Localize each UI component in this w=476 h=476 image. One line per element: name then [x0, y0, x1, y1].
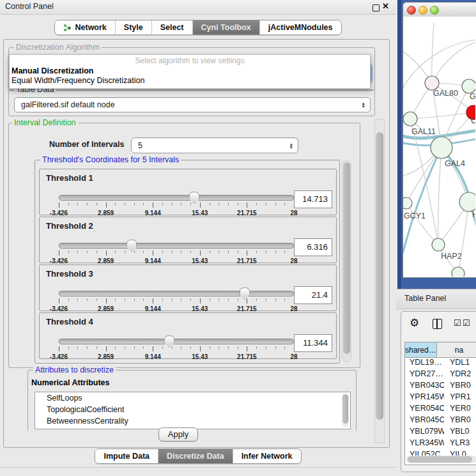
column-header-shared[interactable]: shared… [405, 342, 437, 357]
network-node[interactable] [403, 112, 417, 126]
float-window-icon[interactable] [372, 4, 380, 12]
algorithm-dropdown-popup: Select algorithm to view settings Manual… [9, 54, 371, 89]
numerical-attributes-list[interactable]: SelfLoopsTopologicalCoefficientBetweenne… [35, 392, 351, 429]
network-edge[interactable] [410, 112, 473, 119]
network-node[interactable] [432, 238, 445, 251]
slider-tick [59, 298, 59, 303]
table-horizontal-scrollbar-thumb[interactable] [408, 456, 472, 463]
table-row[interactable]: YBL079W YBL0 [405, 427, 476, 438]
slider-tick [87, 298, 88, 301]
network-view-window: GAL80GACGAL11GAL4GCY1HHAP2 [403, 2, 476, 278]
table-row[interactable]: YBR045C YBR0 [405, 415, 476, 427]
threshold-4-value-field[interactable]: 11.344 [294, 334, 332, 352]
tab-jactivemnodules[interactable]: jActiveMNodules [259, 20, 341, 35]
network-node[interactable] [431, 137, 452, 158]
threshold-1-value-field[interactable]: 14.713 [294, 190, 332, 208]
panel-scrollbar[interactable] [374, 119, 385, 443]
slider-tick [106, 203, 107, 208]
minimize-traffic-light-icon[interactable] [418, 6, 427, 15]
table-row[interactable]: YDL19… YDL1 [405, 358, 476, 369]
table-data-group: Table Data galFiltered.sif default node … [8, 89, 375, 116]
slider-tick [247, 250, 247, 256]
column-header-name[interactable]: na [437, 342, 476, 357]
network-node[interactable] [462, 79, 475, 93]
threshold-2-value-field[interactable]: 6.316 [294, 238, 332, 256]
slider-tick [68, 203, 69, 205]
slider-tick [284, 346, 285, 349]
table-data-combobox[interactable]: galFiltered.sif default node ▲▼ [14, 97, 371, 112]
slider-tick [190, 250, 191, 253]
slider-tick [219, 298, 219, 301]
checkbox-icon[interactable]: ☑ [463, 318, 470, 328]
tab-impute-data[interactable]: Impute Data [95, 449, 158, 463]
network-edge[interactable] [432, 41, 475, 83]
dropdown-option-equal-width-frequency[interactable]: Equal Width/Frequency Discretization [12, 76, 144, 85]
network-edge[interactable] [458, 202, 469, 273]
panel-scrollbar-thumb[interactable] [376, 132, 383, 420]
attribute-list-item[interactable]: SelfLoops [35, 392, 350, 404]
table-row[interactable]: YDR27… YDR2 [405, 369, 476, 381]
slider-scale-label: 28 [290, 353, 297, 360]
threshold-3-slider[interactable]: -3.4262.8599.14415.4321.71528 [59, 287, 294, 309]
slider-tick [143, 250, 144, 253]
tab-network[interactable]: Network [55, 20, 114, 35]
attribute-list-item[interactable]: BetweennessCentrality [35, 415, 350, 427]
threshold-1-slider[interactable]: -3.4262.8599.14415.4321.71528 [59, 191, 294, 213]
number-of-intervals-spinner[interactable]: 5 ▲▼ [131, 137, 298, 153]
threshold-3-value-field[interactable]: 21.4 [294, 286, 332, 304]
slider-tick [247, 346, 247, 351]
table-row[interactable]: YER054C YER0 [405, 404, 476, 415]
table-panel: ⚙ ☑ ☑ shared… na YDL19… YDL1 YDR27… YDR2… [401, 311, 476, 472]
interval-scrollbar-thumb[interactable] [343, 162, 350, 354]
thresholds-group-label: Threshold's Coordinates for 5 Intervals [40, 155, 181, 164]
attributes-group-label: Attributes to discretize [33, 365, 116, 374]
close-icon[interactable]: ✕ [382, 1, 389, 11]
network-node[interactable] [459, 192, 475, 211]
slider-tick [284, 203, 285, 205]
slider-tick [162, 346, 163, 349]
table-header-row: shared… na [405, 342, 476, 358]
threshold-2-label: Threshold 2 [46, 221, 93, 231]
control-panel-tabbar: Network Style Select Cyni Toolbox jActiv… [54, 20, 341, 35]
table-row[interactable]: YBR043C YBR0 [405, 381, 476, 392]
network-edge[interactable] [432, 23, 434, 83]
tab-cyni-toolbox[interactable]: Cyni Toolbox [192, 20, 259, 35]
threshold-1-label: Threshold 1 [46, 173, 93, 183]
interval-scrollbar[interactable] [342, 160, 351, 362]
slider-tick [115, 298, 116, 301]
tab-discretize-data[interactable]: Discretize Data [158, 449, 233, 463]
slider-scale-label: 2.859 [98, 210, 114, 217]
close-traffic-light-icon[interactable] [407, 6, 416, 15]
control-panel-title: Control Panel [5, 2, 54, 11]
attributes-scrollbar-thumb[interactable] [342, 394, 348, 424]
attribute-list-item[interactable]: TopologicalCoefficient [35, 404, 350, 415]
split-columns-icon[interactable] [433, 319, 442, 329]
slider-track[interactable] [59, 339, 294, 344]
slider-tick [162, 298, 163, 301]
attributes-scrollbar[interactable] [342, 394, 349, 427]
table-row[interactable]: YLR345W YLR3 [405, 438, 476, 450]
threshold-2-slider[interactable]: -3.4262.8599.14415.4321.71528 [59, 239, 294, 261]
divider [0, 467, 396, 468]
slider-track[interactable] [59, 195, 294, 201]
threshold-4-slider[interactable]: -3.4262.8599.14415.4321.71528 [59, 335, 294, 357]
apply-button[interactable]: Apply [158, 427, 198, 441]
zoom-traffic-light-icon[interactable] [430, 6, 439, 15]
network-edge[interactable] [438, 148, 441, 245]
slider-track[interactable] [59, 291, 294, 296]
table-horizontal-scrollbar[interactable] [406, 456, 476, 463]
network-window-frame: GAL80GACGAL11GAL4GCY1HHAP2 [397, 0, 476, 289]
network-node[interactable] [425, 76, 439, 90]
tab-style[interactable]: Style [115, 20, 151, 35]
slider-track[interactable] [59, 243, 294, 249]
checkbox-icon[interactable]: ☑ [454, 318, 461, 328]
tab-infer-network[interactable]: Infer Network [233, 449, 301, 463]
network-canvas[interactable]: GAL80GACGAL11GAL4GCY1HHAP2 [403, 17, 476, 277]
dropdown-option-manual-discretization[interactable]: Manual Discretization [12, 66, 94, 75]
network-node[interactable] [452, 267, 464, 277]
gear-icon[interactable]: ⚙ [410, 316, 419, 330]
tab-select[interactable]: Select [151, 20, 192, 35]
network-node[interactable] [403, 197, 412, 209]
table-row[interactable]: YPR145W YPR1 [405, 392, 476, 404]
slider-tick [96, 250, 97, 253]
